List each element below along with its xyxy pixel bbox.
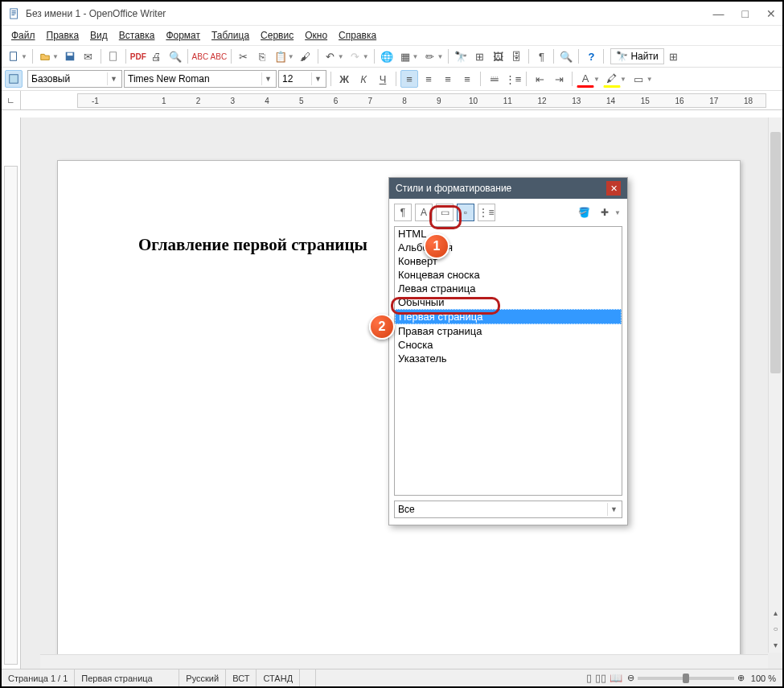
menu-format[interactable]: Формат: [161, 28, 205, 43]
nav-down-icon[interactable]: ▾: [774, 641, 778, 649]
highlight-icon[interactable]: 🖍: [603, 70, 621, 88]
menu-table[interactable]: Таблица: [207, 28, 254, 43]
decrease-indent-icon[interactable]: ⇤: [531, 70, 548, 88]
help-icon[interactable]: ?: [582, 47, 600, 65]
horizontal-scrollbar[interactable]: [40, 654, 768, 669]
autospell-icon[interactable]: ABC: [210, 47, 228, 65]
minimize-button[interactable]: —: [713, 7, 724, 20]
bullet-list-icon[interactable]: ⋮≡: [504, 70, 522, 88]
horizontal-ruler[interactable]: -1123456789101112131415161718: [21, 91, 782, 109]
open-icon[interactable]: [36, 47, 54, 65]
styles-panel-close-button[interactable]: ✕: [606, 181, 621, 196]
bold-icon[interactable]: Ж: [335, 70, 353, 88]
email-icon[interactable]: ✉: [80, 47, 97, 65]
align-center-icon[interactable]: ≡: [420, 70, 437, 88]
style-list-item[interactable]: Концевая сноска: [395, 268, 622, 282]
zoom-value[interactable]: 100 %: [745, 669, 782, 686]
styles-window-icon[interactable]: [5, 70, 23, 88]
print-icon[interactable]: 🖨: [148, 47, 166, 65]
italic-icon[interactable]: К: [355, 70, 372, 88]
find-replace-icon[interactable]: 🔭: [452, 47, 470, 65]
pdf-icon[interactable]: PDF: [129, 47, 147, 65]
vertical-ruler[interactable]: [2, 117, 21, 669]
style-list-item[interactable]: Обычный: [395, 295, 622, 309]
zoom-icon[interactable]: 🔍: [557, 47, 575, 65]
save-icon[interactable]: [61, 47, 79, 65]
view-layout-icons: ▯ ▯▯ 📖: [581, 672, 627, 684]
draw-icon[interactable]: ✏: [421, 47, 439, 65]
undo-icon[interactable]: ↶: [322, 47, 339, 65]
paragraph-styles-icon[interactable]: ¶: [394, 204, 412, 221]
underline-icon[interactable]: Ч: [374, 70, 392, 88]
menu-help[interactable]: Справка: [334, 28, 381, 43]
menu-service[interactable]: Сервис: [256, 28, 298, 43]
main-toolbar: ▼ ▼ ✉ PDF 🖨 🔍 ABC ABC ✂ ⎘ 📋▼ 🖌 ↶▼ ↷▼ 🌐 ▦…: [2, 46, 782, 68]
bg-color-icon[interactable]: ▭: [630, 70, 647, 88]
maximize-button[interactable]: □: [742, 7, 749, 20]
navigator-icon[interactable]: ⊞: [470, 47, 488, 65]
menu-window[interactable]: Окно: [300, 28, 332, 43]
align-justify-icon[interactable]: ≡: [458, 70, 476, 88]
frame-styles-icon[interactable]: ▭: [436, 204, 454, 221]
gallery-icon[interactable]: 🖼: [489, 47, 507, 65]
align-right-icon[interactable]: ≡: [439, 70, 457, 88]
list-styles-icon[interactable]: ⋮≡: [478, 204, 495, 221]
hyperlink-icon[interactable]: 🌐: [378, 47, 396, 65]
redo-icon[interactable]: ↷: [347, 47, 364, 65]
copy-icon[interactable]: ⎘: [253, 47, 271, 65]
new-style-icon[interactable]: ✚: [596, 204, 614, 221]
styles-filter-combo[interactable]: Все▼: [394, 501, 622, 518]
menu-insert[interactable]: Вставка: [114, 28, 160, 43]
menu-edit[interactable]: Правка: [42, 28, 84, 43]
ruler-tick: 17: [697, 97, 732, 105]
document-heading[interactable]: Оглавление первой страницы: [138, 235, 367, 255]
single-page-icon[interactable]: ▯: [586, 672, 592, 684]
paragraph-style-combo[interactable]: Базовый▼: [27, 70, 122, 88]
page-styles-icon[interactable]: ▫: [457, 204, 474, 221]
style-list-item[interactable]: Левая страница: [395, 282, 622, 295]
nav-up-icon[interactable]: ▴: [774, 608, 778, 617]
numbered-list-icon[interactable]: ⩸: [485, 70, 503, 88]
nonprint-icon[interactable]: ¶: [532, 47, 550, 65]
style-list-item[interactable]: Первая страница: [395, 309, 622, 324]
new-doc-icon[interactable]: [5, 47, 23, 65]
close-button[interactable]: ✕: [766, 7, 776, 20]
status-page-style[interactable]: Первая страница: [75, 669, 179, 686]
datasources-icon[interactable]: 🗄: [507, 47, 525, 65]
status-insert-mode[interactable]: ВСТ: [226, 669, 257, 686]
find-button[interactable]: 🔭 Найти: [610, 48, 663, 64]
nav-select-icon[interactable]: ○: [773, 624, 778, 633]
cut-icon[interactable]: ✂: [235, 47, 252, 65]
increase-indent-icon[interactable]: ⇥: [550, 70, 568, 88]
fill-format-icon[interactable]: 🪣: [575, 204, 593, 221]
style-list-item[interactable]: Сноска: [395, 338, 622, 352]
paste-icon[interactable]: 📋: [272, 47, 289, 65]
menu-file[interactable]: Файл: [6, 28, 40, 43]
character-styles-icon[interactable]: A: [415, 204, 433, 221]
font-name-combo[interactable]: Times New Roman▼: [124, 70, 277, 88]
scrollbar-thumb[interactable]: [770, 132, 781, 373]
style-list-item[interactable]: Правая страница: [395, 324, 622, 338]
table-icon[interactable]: ▦: [396, 47, 414, 65]
extra-icon[interactable]: ⊞: [665, 47, 683, 65]
font-size-combo[interactable]: 12▼: [278, 70, 326, 88]
book-icon[interactable]: 📖: [610, 672, 622, 684]
style-list-item[interactable]: Указатель: [395, 352, 622, 365]
zoom-out-icon[interactable]: ⊖: [627, 673, 634, 683]
status-page[interactable]: Страница 1 / 1: [2, 669, 75, 686]
styles-panel-titlebar[interactable]: Стили и форматирование ✕: [389, 178, 627, 199]
status-selection-mode[interactable]: СТАНД: [257, 669, 300, 686]
edit-doc-icon[interactable]: [105, 47, 122, 65]
font-color-icon[interactable]: A: [577, 70, 594, 88]
zoom-in-icon[interactable]: ⊕: [737, 673, 745, 683]
align-left-icon[interactable]: ≡: [400, 70, 418, 88]
vertical-scrollbar[interactable]: ▴ ○ ▾: [768, 117, 782, 653]
zoom-slider[interactable]: [638, 677, 734, 680]
preview-icon[interactable]: 🔍: [166, 47, 184, 65]
menu-view[interactable]: Вид: [85, 28, 113, 43]
format-paint-icon[interactable]: 🖌: [297, 47, 314, 65]
styles-list[interactable]: HTMLАльбомнаяКонвертКонцевая сноскаЛевая…: [394, 226, 622, 496]
multi-page-icon[interactable]: ▯▯: [595, 672, 606, 684]
status-language[interactable]: Русский: [179, 669, 226, 686]
spellcheck-icon[interactable]: ABC: [191, 47, 209, 65]
